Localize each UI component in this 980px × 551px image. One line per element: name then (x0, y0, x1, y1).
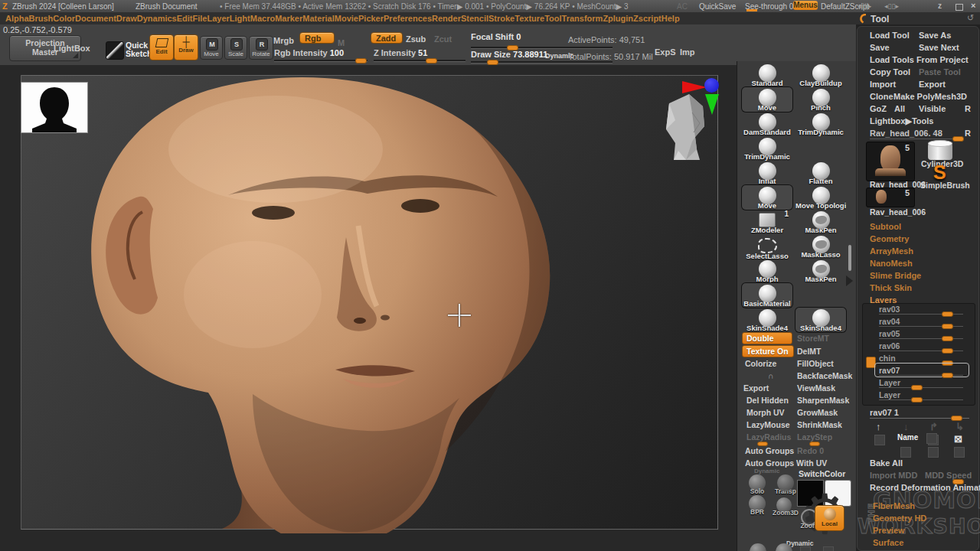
redo-button[interactable]: Redo 0 (797, 446, 824, 455)
menu-item[interactable]: Light (230, 14, 250, 23)
clipped-toggle-icon[interactable] (800, 546, 811, 551)
tool-name-track[interactable] (870, 139, 963, 139)
layer-row-selected[interactable]: rav07 (879, 366, 900, 375)
z-intensity-slider[interactable]: Z Intensity 51 (374, 48, 427, 57)
menu-item[interactable]: Edit (177, 14, 193, 23)
edit-button[interactable]: Edit (149, 34, 174, 60)
zsub-button[interactable]: Zsub (406, 34, 426, 44)
menu-item[interactable]: Color (53, 14, 75, 23)
focal-shift-slider[interactable]: Focal Shift 0 (471, 32, 521, 41)
backfacemask-button[interactable]: BackfaceMask (797, 371, 852, 380)
section-nanomesh[interactable]: NanoMesh (870, 259, 913, 268)
draw-size-handle[interactable] (487, 60, 498, 65)
section-geometry-hd[interactable]: Geometry HD (873, 514, 926, 523)
layer-row[interactable]: rav04 (879, 317, 900, 326)
menu-item[interactable]: Preferences (384, 14, 432, 23)
brush-damstandard[interactable]: DamStandard (742, 112, 792, 136)
texture-preview-thumbnail[interactable] (21, 82, 88, 133)
layer-intensity-handle[interactable] (942, 373, 953, 378)
zoom3d-button[interactable]: Zoom3D (773, 497, 795, 517)
import-mdd-button[interactable]: Import MDD (870, 471, 917, 480)
brush-move[interactable]: Move (742, 87, 792, 112)
section-surface[interactable]: Surface (873, 538, 903, 547)
tool-name-handle[interactable] (952, 136, 964, 142)
layer-merge-icon[interactable] (900, 447, 911, 458)
menu-item[interactable]: Dynamics (137, 14, 177, 23)
menu-item[interactable]: Document (75, 14, 116, 23)
menu-item[interactable]: Stencil (461, 14, 488, 23)
layer-row[interactable]: Layer (879, 390, 900, 399)
rgb-intensity-slider[interactable]: Rgb Intensity 100 (274, 48, 344, 57)
paste-tool-button[interactable]: Paste Tool (919, 67, 961, 77)
brush-flatten[interactable]: Flatten (795, 161, 846, 185)
goz-r-button[interactable]: R (965, 104, 971, 113)
sculpt-viewport[interactable] (0, 65, 737, 551)
layer-copy-icon[interactable] (926, 433, 937, 444)
document-pager-icon[interactable]: ◂▯▯▸ (884, 2, 899, 10)
layer-duplicate-icon[interactable] (874, 435, 885, 445)
rotate-button[interactable]: R Rotate (249, 36, 273, 60)
layer-transfer-icon[interactable]: ↱ (929, 421, 938, 432)
lazyradius-slider[interactable]: LazyRadius (746, 432, 791, 442)
layer-move-up-icon[interactable]: ↑ (876, 421, 881, 432)
switchcolor-button[interactable]: SwitchColor (799, 469, 845, 478)
m-button[interactable]: M (338, 38, 345, 47)
brush-maskpen[interactable]: MaskPen (795, 210, 846, 234)
lightbox-button[interactable]: LightBox (54, 44, 90, 53)
layer-row[interactable]: chin (879, 354, 896, 363)
tray-collapse-arrow-icon[interactable] (846, 276, 853, 286)
texture-on-button[interactable]: Texture On (742, 345, 794, 357)
clipped-toggle-icon[interactable] (774, 543, 794, 551)
section-fibermesh[interactable]: FiberMesh (873, 501, 915, 510)
z-intensity-track[interactable] (374, 60, 466, 61)
material-basicmaterial[interactable]: BasicMaterial (742, 283, 792, 308)
scale-button[interactable]: S Scale (224, 36, 247, 60)
menu-item[interactable]: Brush (29, 14, 54, 23)
brush-claybuildup[interactable]: ClayBuildup (795, 63, 846, 87)
growmask-button[interactable]: GrowMask (797, 408, 838, 417)
layer-intensity-handle[interactable] (911, 385, 923, 390)
clipped-toggle-icon[interactable] (748, 543, 768, 551)
load-tool-button[interactable]: Load Tool (870, 31, 910, 40)
mrgb-button[interactable]: Mrgb (273, 36, 294, 45)
menu-item[interactable]: Material (302, 14, 335, 23)
layer-move-down-icon[interactable]: ↓ (903, 421, 909, 432)
goz-all-button[interactable]: All (894, 104, 905, 113)
transp-button[interactable]: Transp (775, 474, 796, 495)
close-window-icon[interactable]: × (971, 1, 975, 10)
z-axis-icon[interactable] (704, 78, 719, 93)
menu-item[interactable]: Macro (250, 14, 275, 23)
minimize-icon[interactable]: z (938, 2, 942, 10)
section-preview[interactable]: Preview (873, 526, 905, 535)
lazymouse-button[interactable]: LazyMouse (746, 420, 790, 429)
section-arraymesh[interactable]: ArrayMesh (870, 246, 913, 256)
y-axis-icon[interactable] (705, 94, 719, 115)
menu-item[interactable]: Tool (544, 14, 561, 23)
menu-item[interactable]: Transform (562, 14, 603, 23)
tool-name-slider[interactable]: Rav_head_006. 48 (870, 129, 942, 138)
save-button[interactable]: Save (870, 43, 890, 52)
section-geometry[interactable]: Geometry (870, 234, 909, 243)
export-button[interactable]: Export (743, 383, 769, 393)
auto-groups-button[interactable]: Auto Groups (745, 446, 794, 455)
brush-move-topological[interactable]: Move Topologica (795, 185, 846, 210)
menu-item[interactable]: Draw (116, 14, 137, 23)
layer-delete-icon[interactable]: ⊠ (954, 433, 962, 445)
bpr-button[interactable]: BPR (747, 495, 767, 516)
viewmask-button[interactable]: ViewMask (797, 383, 835, 393)
tool-r-button[interactable]: R (965, 129, 971, 138)
brush-selectlasso[interactable]: SelectLasso (742, 234, 792, 260)
draw-button[interactable]: ┼ Draw (174, 34, 198, 60)
layer-row[interactable]: rav05 (879, 329, 900, 338)
brush-inflat[interactable]: Inflat (742, 161, 792, 185)
layer-group-icon[interactable] (954, 447, 965, 458)
shrinkmask-button[interactable]: ShrinkMask (797, 420, 842, 429)
solo-button[interactable]: Solo (747, 474, 767, 495)
menu-item[interactable]: Layer (207, 14, 229, 23)
layer-intensity-handle[interactable] (911, 397, 923, 403)
brush-maskpen[interactable]: MaskPen (795, 259, 846, 283)
save-as-button[interactable]: Save As (919, 31, 951, 40)
draw-size-slider[interactable]: Draw Size 73.88911 (471, 50, 547, 59)
lightbox-tools-button[interactable]: Lightbox▶Tools (870, 116, 933, 126)
colorize-button[interactable]: Colorize (745, 359, 776, 368)
